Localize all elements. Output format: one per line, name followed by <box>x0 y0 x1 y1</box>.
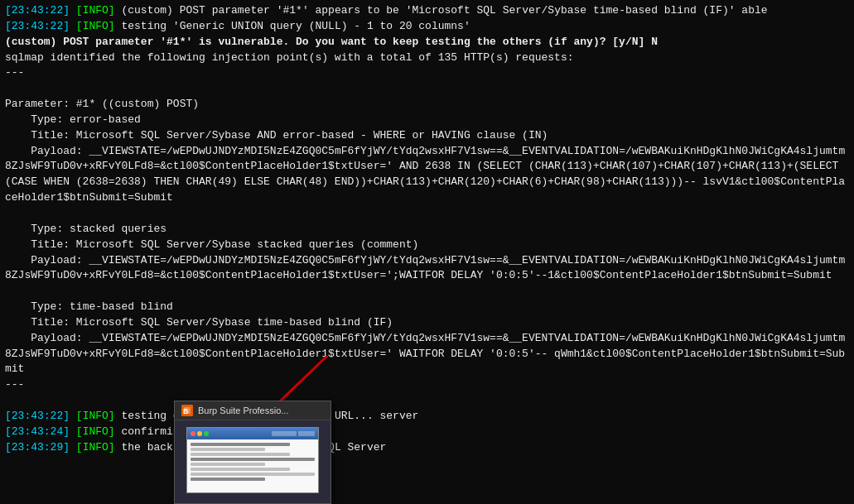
taskbar-popup[interactable]: B Burp Suite Professio... <box>174 401 331 504</box>
terminal-line <box>5 81 849 97</box>
terminal-line: Title: Microsoft SQL Server/Sybase stack… <box>5 238 849 253</box>
terminal-line <box>5 206 849 222</box>
taskbar-popup-preview <box>175 420 331 503</box>
terminal-line: (custom) POST parameter '#1*' is vulnera… <box>5 35 849 50</box>
terminal-line: Payload: __VIEWSTATE=/wEPDwUJNDYzMDI5NzE… <box>5 144 849 206</box>
terminal-line: [23:43:29] [INFO] the back-end DBMS is M… <box>5 440 849 456</box>
terminal-line: [23:43:22] [INFO] testing connection to … <box>5 409 849 425</box>
terminal-line: Title: Microsoft SQL Server/Sybase AND e… <box>5 128 849 144</box>
terminal-line: Type: time-based blind <box>5 300 849 315</box>
terminal-line: [23:43:24] [INFO] confirming Microsoft S… <box>5 425 849 440</box>
taskbar-popup-title: Burp Suite Professio... <box>198 406 288 415</box>
preview-line <box>191 458 315 461</box>
terminal-line: [23:43:22] [INFO] testing 'Generic UNION… <box>5 19 849 35</box>
preview-content <box>187 439 318 492</box>
terminal-line: Parameter: #1* ((custom) POST) <box>5 97 849 113</box>
terminal-line: Payload: __VIEWSTATE=/wEPDwUJNDYzMDI5NzE… <box>5 253 849 285</box>
svg-text:B: B <box>183 407 189 415</box>
burp-suite-icon: B <box>181 405 193 416</box>
terminal-line <box>5 393 849 409</box>
preview-close-dot <box>191 431 195 436</box>
terminal-line: Payload: __VIEWSTATE=/wEPDwUJNDYzMDI5NzE… <box>5 331 849 378</box>
terminal-line: --- <box>5 377 849 393</box>
terminal: [23:43:22] [INFO] (custom) POST paramete… <box>0 0 854 504</box>
terminal-line: [23:43:22] [INFO] (custom) POST paramete… <box>5 3 849 19</box>
terminal-line: sqlmap identified the following injectio… <box>5 50 849 66</box>
preview-line <box>191 473 315 476</box>
preview-line <box>191 478 265 481</box>
preview-line <box>191 463 265 466</box>
terminal-line <box>5 284 849 300</box>
terminal-line: Type: stacked queries <box>5 222 849 238</box>
taskbar-popup-header: B Burp Suite Professio... <box>175 401 331 420</box>
preview-line <box>191 468 290 471</box>
terminal-line: --- <box>5 65 849 81</box>
preview-line <box>191 448 265 451</box>
terminal-line: Title: Microsoft SQL Server/Sybase time-… <box>5 315 849 331</box>
preview-window <box>186 427 319 493</box>
preview-line <box>191 453 290 456</box>
terminal-line: Type: error-based <box>5 113 849 128</box>
preview-line <box>191 443 290 446</box>
preview-toolbar <box>187 428 318 439</box>
